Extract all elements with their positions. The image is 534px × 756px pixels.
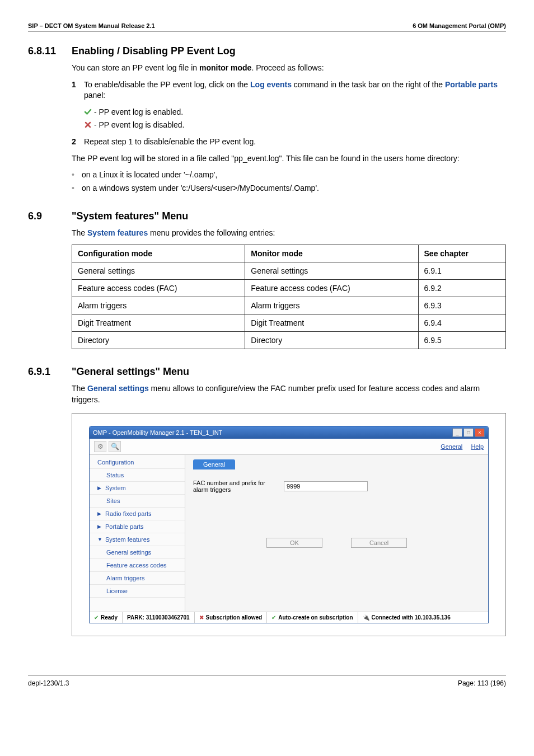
gear-icon[interactable]: ⚙	[94, 441, 106, 452]
chevron-right-icon: ▶	[97, 485, 102, 491]
page-header: SIP – DECT OM System Manual Release 2.1 …	[28, 22, 506, 32]
close-button[interactable]: ×	[475, 428, 485, 437]
fac-prefix-input[interactable]	[284, 481, 368, 491]
ok-button[interactable]: OK	[266, 538, 322, 548]
tab-general[interactable]: General	[193, 459, 235, 469]
section-6-9-1-heading: 6.9.1 "General settings" Menu	[28, 366, 506, 378]
check-icon: ✔	[271, 614, 276, 621]
check-icon: ✔	[94, 614, 99, 621]
table-row: Digit TreatmentDigit Treatment6.9.4	[72, 314, 506, 331]
sidebar-item-license[interactable]: License	[90, 585, 185, 598]
section-number: 6.9	[28, 210, 72, 222]
disabled-line: - PP event log is disabled.	[84, 120, 506, 131]
button-row: OK Cancel	[193, 538, 480, 548]
system-features-link: System features	[87, 228, 148, 237]
chevron-down-icon: ▼	[97, 537, 102, 542]
col-chapter: See chapter	[418, 245, 505, 262]
sidebar-item-portable-parts[interactable]: ▶Portable parts	[90, 520, 185, 533]
table-header-row: Configuration mode Monitor mode See chap…	[72, 245, 506, 262]
status-park: PARK: 31100303462701	[123, 612, 195, 623]
sidebar-item-system[interactable]: ▶System	[90, 482, 185, 495]
sidebar-item-general-settings[interactable]: General settings	[90, 546, 185, 559]
step-list-2: Repeat step 1 to disable/enable the PP e…	[72, 137, 506, 148]
header-right: 6 OM Management Portal (OMP)	[413, 22, 506, 29]
search-icon[interactable]: 🔍	[109, 441, 121, 452]
chevron-right-icon: ▶	[97, 511, 102, 516]
menu-general[interactable]: General	[441, 443, 462, 450]
window-controls: _ □ ×	[452, 428, 485, 437]
general-settings-link: General settings	[87, 384, 149, 393]
table-row: Feature access codes (FAC)Feature access…	[72, 279, 506, 297]
window-title: OMP - OpenMobility Manager 2.1 - TEN_1_I…	[93, 429, 222, 436]
chevron-right-icon: ▶	[97, 524, 102, 529]
col-config: Configuration mode	[72, 245, 245, 262]
section-title: Enabling / Disabling PP Event Log	[72, 45, 236, 57]
status-auto-create: ✔Auto-create on subscription	[267, 612, 358, 623]
col-monitor: Monitor mode	[245, 245, 418, 262]
section-title: "System features" Menu	[72, 210, 188, 222]
section-6-8-11-heading: 6.8.11 Enabling / Disabling PP Event Log	[28, 45, 506, 57]
window-body: Configuration Status ▶System Sites ▶Radi…	[90, 455, 488, 612]
main-panel: General FAC number and prefix for alarm …	[185, 455, 488, 612]
footer-left: depl-1230/1.3	[28, 679, 69, 687]
toolbar-menus: General Help	[434, 443, 484, 450]
sidebar-item-sites[interactable]: Sites	[90, 495, 185, 508]
x-icon: ✖	[199, 614, 204, 621]
sidebar-item-alarm-triggers[interactable]: Alarm triggers	[90, 572, 185, 585]
status-connected: 🔌Connected with 10.103.35.136	[358, 612, 488, 623]
toolbar: ⚙ 🔍 General Help	[90, 439, 488, 455]
table-row: General settingsGeneral settings6.9.1	[72, 262, 506, 279]
status-ready: ✔Ready	[90, 612, 123, 623]
screenshot-frame: OMP - OpenMobility Manager 2.1 - TEN_1_I…	[72, 413, 506, 636]
maximize-button[interactable]: □	[463, 428, 474, 437]
minimize-button[interactable]: _	[452, 428, 462, 437]
step-list: To enable/disable the PP event log, clic…	[72, 79, 506, 101]
gs-intro: The General settings menu allows to conf…	[72, 383, 506, 405]
sf-intro: The System features menu provides the fo…	[72, 228, 506, 239]
modes-table: Configuration mode Monitor mode See chap…	[72, 245, 506, 349]
sidebar-item-status[interactable]: Status	[90, 469, 185, 482]
step-2: Repeat step 1 to disable/enable the PP e…	[72, 137, 506, 148]
linux-bullet: on a Linux it is located under '~/.oamp'…	[72, 170, 506, 181]
enabled-line: - PP event log is enabled.	[84, 107, 506, 118]
stored-paragraph: The PP event log will be stored in a fil…	[72, 153, 506, 165]
log-events-link: Log events	[250, 80, 292, 89]
page-footer: depl-1230/1.3 Page: 113 (196)	[28, 675, 506, 687]
titlebar: OMP - OpenMobility Manager 2.1 - TEN_1_I…	[90, 426, 488, 439]
portable-parts-link: Portable parts	[445, 80, 498, 89]
header-left: SIP – DECT OM System Manual Release 2.1	[28, 22, 155, 29]
check-icon	[84, 108, 92, 116]
sidebar-item-configuration[interactable]: Configuration	[90, 456, 185, 469]
x-icon	[84, 121, 92, 129]
status-subscription: ✖Subscription allowed	[195, 612, 268, 623]
section-title: "General settings" Menu	[72, 366, 189, 378]
form-row: FAC number and prefix for alarm triggers	[193, 480, 480, 493]
table-row: DirectoryDirectory6.9.5	[72, 331, 506, 349]
status-bar: ✔Ready PARK: 31100303462701 ✖Subscriptio…	[90, 612, 488, 623]
location-list: on a Linux it is located under '~/.oamp'…	[72, 170, 506, 194]
omp-window: OMP - OpenMobility Manager 2.1 - TEN_1_I…	[89, 426, 489, 623]
sidebar: Configuration Status ▶System Sites ▶Radi…	[90, 455, 185, 612]
menu-help[interactable]: Help	[471, 443, 484, 450]
windows-bullet: on a windows system under 'c:/Users/<use…	[72, 183, 506, 194]
intro-paragraph: You can store an PP event log file in mo…	[72, 63, 506, 74]
fac-prefix-label: FAC number and prefix for alarm triggers	[193, 480, 277, 493]
sidebar-item-rfp[interactable]: ▶Radio fixed parts	[90, 508, 185, 520]
section-number: 6.9.1	[28, 366, 72, 378]
step-1: To enable/disable the PP event log, clic…	[72, 79, 506, 101]
sidebar-item-fac[interactable]: Feature access codes	[90, 559, 185, 572]
sidebar-item-system-features[interactable]: ▼System features	[90, 533, 185, 546]
table-row: Alarm triggersAlarm triggers6.9.3	[72, 297, 506, 314]
section-6-9-heading: 6.9 "System features" Menu	[28, 210, 506, 222]
section-number: 6.8.11	[28, 45, 72, 57]
footer-right: Page: 113 (196)	[458, 679, 506, 687]
cancel-button[interactable]: Cancel	[351, 538, 407, 548]
plug-icon: 🔌	[363, 614, 369, 621]
